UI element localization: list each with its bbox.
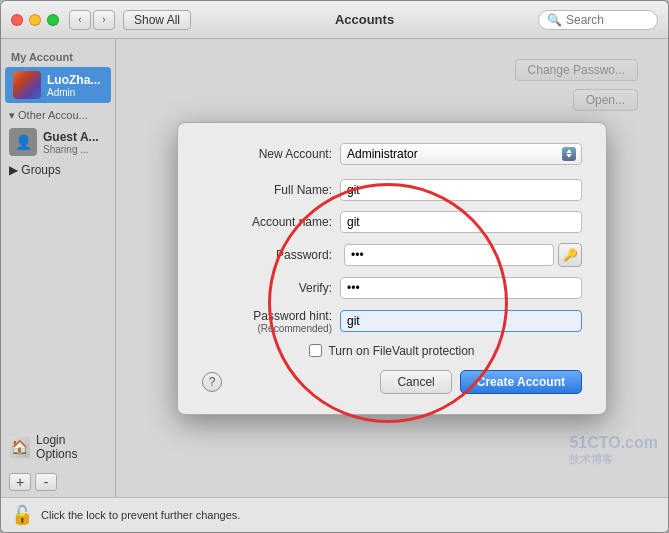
key-button[interactable]: 🔑 (558, 243, 582, 267)
user-role: Admin (47, 87, 100, 98)
password-label: Password: (202, 248, 332, 262)
account-name-label: Account name: (202, 215, 332, 229)
account-name-row: Account name: (202, 211, 582, 233)
maximize-button[interactable] (47, 14, 59, 26)
back-button[interactable]: ‹ (69, 10, 91, 30)
nav-buttons: ‹ › (69, 10, 115, 30)
full-name-row: Full Name: (202, 179, 582, 201)
window-title: Accounts (191, 12, 538, 27)
main-window: ‹ › Show All Accounts 🔍 My Account LuoZh… (0, 0, 669, 533)
filevault-row: Turn on FileVault protection (202, 344, 582, 358)
user-name: LuoZha... (47, 73, 100, 87)
right-panel: Change Passwo... Open... New Account: (116, 39, 668, 497)
dialog-overlay: New Account: Administrator (116, 39, 668, 497)
new-account-row: New Account: Administrator (202, 143, 582, 165)
add-account-button[interactable]: + (9, 473, 31, 491)
password-hint-input[interactable] (340, 310, 582, 332)
user-info: LuoZha... Admin (47, 73, 100, 98)
remove-account-button[interactable]: - (35, 473, 57, 491)
password-hint-sub: (Recommended) (202, 323, 332, 334)
filevault-checkbox[interactable] (309, 344, 322, 357)
show-all-button[interactable]: Show All (123, 10, 191, 30)
traffic-lights (11, 14, 59, 26)
guest-avatar: 👤 (9, 128, 37, 156)
bottom-bar: 🔓 Click the lock to prevent further chan… (1, 497, 668, 532)
avatar (13, 71, 41, 99)
sidebar: My Account LuoZha... Admin ▾ Other Accou… (1, 39, 116, 497)
dialog-buttons: ? Cancel Create Account (202, 370, 582, 394)
search-icon: 🔍 (547, 13, 562, 27)
new-account-label: New Account: (202, 147, 332, 161)
password-row: Password: 🔑 (202, 243, 582, 267)
full-name-input[interactable] (340, 179, 582, 201)
login-options-label: Login Options (36, 433, 107, 461)
titlebar: ‹ › Show All Accounts 🔍 (1, 1, 668, 39)
groups-item[interactable]: ▶ Groups (1, 160, 115, 180)
guest-info: Guest A... Sharing ... (43, 130, 99, 155)
login-options-icon: 🏠 (9, 436, 30, 458)
lock-text: Click the lock to prevent further change… (41, 509, 240, 521)
account-type-wrapper: Administrator (340, 143, 582, 165)
close-button[interactable] (11, 14, 23, 26)
create-account-button[interactable]: Create Account (460, 370, 582, 394)
forward-button[interactable]: › (93, 10, 115, 30)
create-account-dialog: New Account: Administrator (177, 122, 607, 415)
account-name-input[interactable] (340, 211, 582, 233)
account-type-select[interactable]: Administrator (340, 143, 582, 165)
search-input[interactable] (566, 13, 656, 27)
help-button[interactable]: ? (202, 372, 222, 392)
sidebar-item-user[interactable]: LuoZha... Admin (5, 67, 111, 103)
search-bar: 🔍 (538, 10, 658, 30)
guest-sub: Sharing ... (43, 144, 99, 155)
my-account-label: My Account (1, 47, 115, 67)
cancel-button[interactable]: Cancel (380, 370, 451, 394)
login-options-item[interactable]: 🏠 Login Options (1, 427, 115, 467)
groups-label: ▶ Groups (9, 163, 61, 177)
sidebar-bottom: + - (1, 467, 115, 497)
main-content: My Account LuoZha... Admin ▾ Other Accou… (1, 39, 668, 497)
full-name-label: Full Name: (202, 183, 332, 197)
sidebar-item-guest[interactable]: 👤 Guest A... Sharing ... (1, 124, 115, 160)
verify-row: Verify: (202, 277, 582, 299)
lock-icon[interactable]: 🔓 (11, 504, 33, 526)
other-accounts-label: ▾ Other Accou... (1, 103, 115, 124)
password-input[interactable] (344, 244, 554, 266)
password-hint-label: Password hint: (202, 309, 332, 323)
password-hint-row: Password hint: (Recommended) (202, 309, 582, 334)
filevault-label: Turn on FileVault protection (328, 344, 474, 358)
verify-label: Verify: (202, 281, 332, 295)
verify-input[interactable] (340, 277, 582, 299)
minimize-button[interactable] (29, 14, 41, 26)
guest-name: Guest A... (43, 130, 99, 144)
